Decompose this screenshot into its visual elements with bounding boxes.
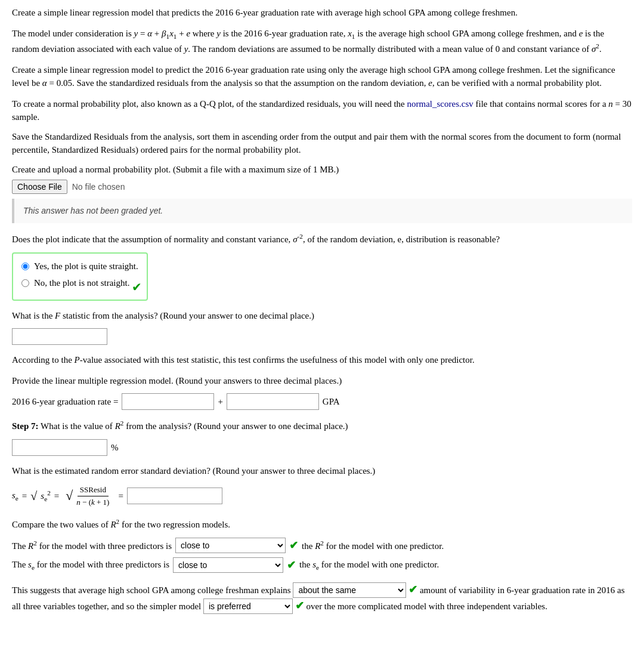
se-fraction: SSResid n − (k + 1) <box>74 484 112 508</box>
p-value-confirm: According to the P-value associated with… <box>12 353 632 367</box>
se-compare-check: ✔ <box>287 557 296 573</box>
se-sqrt-symbol: √ <box>66 489 73 502</box>
f-stat-section: What is the F statistic from the analysi… <box>12 309 632 345</box>
se-eq1: = <box>22 489 27 503</box>
se-formula: se = √ se2 = √ SSResid n − (k + 1) = <box>12 483 632 508</box>
instructions-text: Create a simple linear regression model … <box>12 63 632 90</box>
r2-section: Step 7: What is the value of R2 from the… <box>12 418 632 456</box>
gpa-label: GPA <box>323 395 340 409</box>
r2-compare-suffix: the R2 for the model with one predictor. <box>302 538 444 553</box>
suggests-amount-check: ✔ <box>408 584 417 596</box>
f-stat-question: What is the F statistic from the analysi… <box>12 309 632 323</box>
r2-input[interactable] <box>12 439 107 456</box>
r2-compare-prefix: The R2 for the model with three predicto… <box>12 538 172 553</box>
preferred-dropdown[interactable]: is preferred is not preferred <box>203 598 293 614</box>
compare-label: Compare the two values of R2 for the two… <box>12 517 632 532</box>
task-description: Create a simple linear regression model … <box>12 6 632 20</box>
normality-radio-group: Yes, the plot is quite straight. No, the… <box>12 252 148 301</box>
regression-eq-label: 2016 6-year graduation rate = <box>12 395 118 409</box>
radio-no-label: No, the plot is not straight. <box>34 276 129 290</box>
regression-input-2[interactable] <box>227 393 319 410</box>
upload-label: Create and upload a normal probability p… <box>12 163 632 177</box>
r2-question: Step 7: What is the value of R2 from the… <box>12 418 632 433</box>
se-input[interactable] <box>127 488 222 504</box>
se-eq3: = <box>118 489 123 503</box>
se-compare-prefix: The se for the model with three predicto… <box>12 558 169 573</box>
radio-checkmark: ✔ <box>132 278 142 296</box>
suggests-text: This suggests that average high school G… <box>12 582 632 614</box>
suggests-amount-dropdown[interactable]: about the same much less much more <box>293 582 406 598</box>
no-file-label: No file chosen <box>72 181 125 193</box>
regression-section: Provide the linear multiple regression m… <box>12 374 632 411</box>
normal-scores-link[interactable]: normal_scores.csv <box>407 99 473 109</box>
se-eq2: = <box>54 489 59 503</box>
regression-plus: + <box>218 395 222 409</box>
percent-sign: % <box>111 441 119 455</box>
radio-option-no[interactable]: No, the plot is not straight. <box>21 276 138 290</box>
se-compare-suffix: the se for the model with one predictor. <box>299 558 439 573</box>
radio-no-input[interactable] <box>21 279 29 287</box>
se-s-label: se <box>12 489 18 504</box>
file-input-container: Choose File No file chosen <box>12 180 632 194</box>
qqplot-instructions: To create a normal probability plot, als… <box>12 97 632 124</box>
choose-file-button[interactable]: Choose File <box>12 180 67 194</box>
regression-row: 2016 6-year graduation rate = + GPA <box>12 393 632 410</box>
se-compare-row: The se for the model with three predicto… <box>12 557 632 573</box>
graded-message: This answer has not been graded yet. <box>23 206 163 215</box>
se-compare-dropdown[interactable]: close to much less than much greater tha… <box>173 557 283 573</box>
se-sqrt-label: √ <box>30 487 37 505</box>
f-stat-input[interactable] <box>12 328 107 345</box>
suggests-section: This suggests that average high school G… <box>12 582 632 614</box>
step7-bold: Step 7: <box>12 421 39 431</box>
se-denominator: n − (k + 1) <box>74 496 112 508</box>
se-question: What is the estimated random error stand… <box>12 464 632 478</box>
graded-message-box: This answer has not been graded yet. <box>12 199 632 223</box>
regression-label: Provide the linear multiple regression m… <box>12 374 632 388</box>
normality-question: Does the plot indicate that the assumpti… <box>12 232 632 246</box>
model-description: The model under consideration is y = α +… <box>12 27 632 56</box>
radio-yes-label: Yes, the plot is quite straight. <box>34 260 138 273</box>
se-numerator: SSResid <box>78 484 109 496</box>
upload-section: Create and upload a normal probability p… <box>12 163 632 195</box>
r2-compare-check: ✔ <box>289 538 298 554</box>
r2-compare-dropdown[interactable]: close to much less than much greater tha… <box>175 538 286 553</box>
se-fraction-container: √ SSResid n − (k + 1) <box>65 483 112 508</box>
compare-section: Compare the two values of R2 for the two… <box>12 517 632 573</box>
regression-input-1[interactable] <box>122 393 214 410</box>
preferred-check: ✔ <box>295 600 304 612</box>
se-sub-s-label: se2 <box>41 488 50 504</box>
r2-row: % <box>12 439 632 456</box>
save-instructions: Save the Standardized Residuals from the… <box>12 130 632 157</box>
radio-yes-input[interactable] <box>21 263 29 270</box>
r2-compare-row: The R2 for the model with three predicto… <box>12 538 632 554</box>
se-section: What is the estimated random error stand… <box>12 464 632 509</box>
radio-option-yes[interactable]: Yes, the plot is quite straight. <box>21 260 138 273</box>
